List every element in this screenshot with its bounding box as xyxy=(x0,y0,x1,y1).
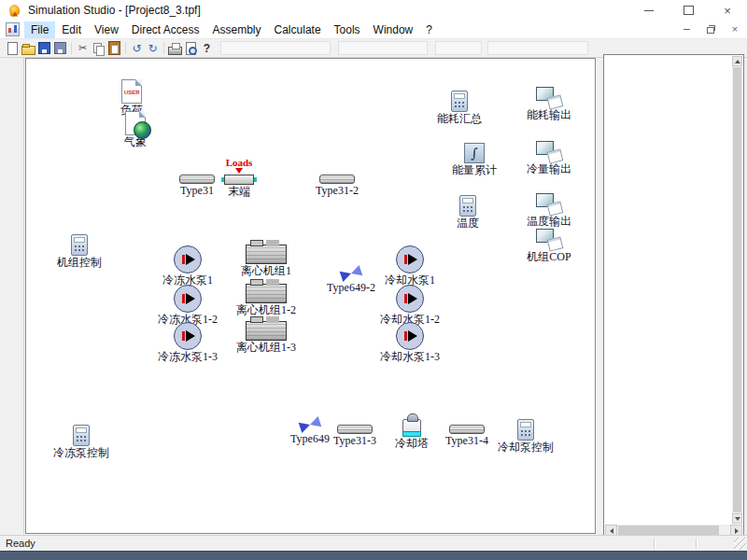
component-unit-cop[interactable]: 机组COP xyxy=(519,229,579,263)
menu-assembly[interactable]: Assembly xyxy=(206,21,268,38)
component-label: 末端 xyxy=(228,186,250,198)
copy-icon[interactable] xyxy=(91,41,106,56)
close-button[interactable]: × xyxy=(708,0,747,21)
toolbar-field-2 xyxy=(435,41,482,55)
scrollbar-thumb[interactable] xyxy=(733,67,741,512)
component-chw-pump-2[interactable]: 冷冻水泵1-2 xyxy=(157,285,218,326)
mdi-close-button[interactable]: × xyxy=(726,23,743,35)
maximize-icon xyxy=(684,6,694,15)
component-label: 离心机组1 xyxy=(241,265,291,277)
user-file-icon: USER xyxy=(121,79,142,104)
window-title: Simulation Studio - [Project8_3.tpf] xyxy=(28,4,201,17)
left-arrow-icon xyxy=(610,528,613,534)
menu-bar: File Edit View Direct Access Assembly Ca… xyxy=(0,21,747,39)
maximize-button[interactable] xyxy=(669,0,708,21)
component-energy-out[interactable]: 能耗输出 xyxy=(519,87,579,121)
window-toolbar-group xyxy=(487,41,588,55)
component-type31-2[interactable]: Type31-2 xyxy=(309,175,365,197)
window-controls: × xyxy=(629,0,747,21)
component-unit-control[interactable]: 机组控制 xyxy=(49,234,110,269)
component-chw-pump-control[interactable]: 冷冻泵控制 xyxy=(49,425,114,459)
component-label: 冷冻泵控制 xyxy=(53,447,109,459)
component-label: Type31-4 xyxy=(445,435,488,447)
calculator-icon xyxy=(517,419,534,441)
scroll-down-button[interactable] xyxy=(732,513,742,524)
menu-window[interactable]: Window xyxy=(367,21,420,38)
print-icon[interactable] xyxy=(167,41,183,56)
calculator-icon xyxy=(451,91,468,112)
pipe-icon xyxy=(337,425,373,434)
component-terminal[interactable]: Loads 末端 xyxy=(211,158,267,198)
menu-tools[interactable]: Tools xyxy=(328,21,367,38)
print-preview-icon[interactable] xyxy=(183,41,199,56)
pipe-icon xyxy=(319,175,355,184)
pump-icon xyxy=(396,322,424,350)
new-document-icon[interactable] xyxy=(5,41,21,56)
vertical-scrollbar[interactable] xyxy=(732,56,742,524)
user-badge: USER xyxy=(124,90,140,95)
component-chw-pump-1[interactable]: 冷冻水泵1 xyxy=(157,245,218,287)
output-computer-icon xyxy=(536,141,562,162)
menu-view[interactable]: View xyxy=(88,21,125,38)
status-message: Ready xyxy=(6,538,35,549)
redo-icon[interactable] xyxy=(145,41,161,56)
mdi-window-controls: × xyxy=(678,23,743,35)
undo-icon[interactable] xyxy=(129,41,145,56)
save-icon[interactable] xyxy=(36,41,52,56)
pipe-icon xyxy=(449,425,485,434)
menu-help[interactable]: ? xyxy=(419,21,439,38)
title-bar: Simulation Studio - [Project8_3.tpf] × xyxy=(0,0,747,21)
help-icon[interactable] xyxy=(199,41,215,56)
component-cooling-out[interactable]: 冷量输出 xyxy=(519,141,579,175)
component-temp-out[interactable]: 温度输出 xyxy=(519,193,579,228)
component-label: Type31-3 xyxy=(333,435,376,447)
component-chiller-1[interactable]: 离心机组1 xyxy=(233,238,299,277)
calculator-icon xyxy=(71,234,88,256)
component-label: 温度 xyxy=(457,217,479,230)
pump-icon xyxy=(174,245,202,273)
component-label: 温度输出 xyxy=(527,216,571,228)
pump-icon xyxy=(174,322,202,350)
close-icon: × xyxy=(732,24,738,35)
mdi-restore-button[interactable] xyxy=(702,23,719,35)
down-arrow-icon xyxy=(735,517,740,521)
component-temp[interactable]: 温度 xyxy=(444,195,491,230)
document-icon[interactable] xyxy=(6,22,20,36)
menu-direct-access[interactable]: Direct Access xyxy=(125,21,206,38)
component-energy-sum[interactable]: 能耗汇总 xyxy=(431,91,487,125)
menu-calculate[interactable]: Calculate xyxy=(268,21,328,38)
minimize-button[interactable] xyxy=(629,0,669,21)
component-energy-acc[interactable]: 能量累计 xyxy=(446,143,502,176)
component-chiller-3[interactable]: 离心机组1-3 xyxy=(233,315,299,354)
status-bar: Ready xyxy=(0,535,747,551)
cut-icon[interactable] xyxy=(75,41,91,56)
save-all-icon[interactable] xyxy=(52,41,68,56)
component-chw-pump-3[interactable]: 冷冻水泵1-3 xyxy=(157,322,218,363)
component-type31-3[interactable]: Type31-3 xyxy=(327,425,383,447)
menu-edit[interactable]: Edit xyxy=(55,21,88,38)
library-tree xyxy=(606,60,731,523)
component-label: 冷冻水泵1-3 xyxy=(158,351,218,363)
component-cw-pump-3[interactable]: 冷却水泵1-3 xyxy=(379,322,441,363)
component-type31-4[interactable]: Type31-4 xyxy=(439,425,495,447)
component-cooling-tower[interactable]: 冷却塔 xyxy=(387,413,437,450)
mdi-minimize-button[interactable] xyxy=(678,23,695,35)
component-cw-pump-1[interactable]: 冷却水泵1 xyxy=(379,245,441,287)
component-weather[interactable]: 气象 xyxy=(103,111,168,148)
component-label: 冷量输出 xyxy=(527,163,571,175)
simulation-studio-window: Simulation Studio - [Project8_3.tpf] × F… xyxy=(0,0,747,560)
chiller-icon xyxy=(246,284,287,303)
component-type649-2[interactable]: Type649-2 xyxy=(321,266,381,294)
component-label: 冷却水泵1-3 xyxy=(380,351,440,363)
component-cw-pump-control[interactable]: 冷却泵控制 xyxy=(493,419,558,454)
right-arrow-icon xyxy=(735,528,739,534)
library-panel xyxy=(603,54,744,539)
project-canvas[interactable]: USER 负荷 气象 Type31 Loads 末端 Type31-2 能耗汇总… xyxy=(25,58,596,534)
open-folder-icon[interactable] xyxy=(21,41,36,56)
paste-icon[interactable] xyxy=(106,41,122,56)
resize-grip[interactable] xyxy=(734,538,746,550)
menu-file[interactable]: File xyxy=(24,21,55,38)
scroll-up-button[interactable] xyxy=(732,56,742,66)
component-cw-pump-2[interactable]: 冷却水泵1-2 xyxy=(379,285,441,326)
component-chiller-2[interactable]: 离心机组1-2 xyxy=(233,277,299,316)
